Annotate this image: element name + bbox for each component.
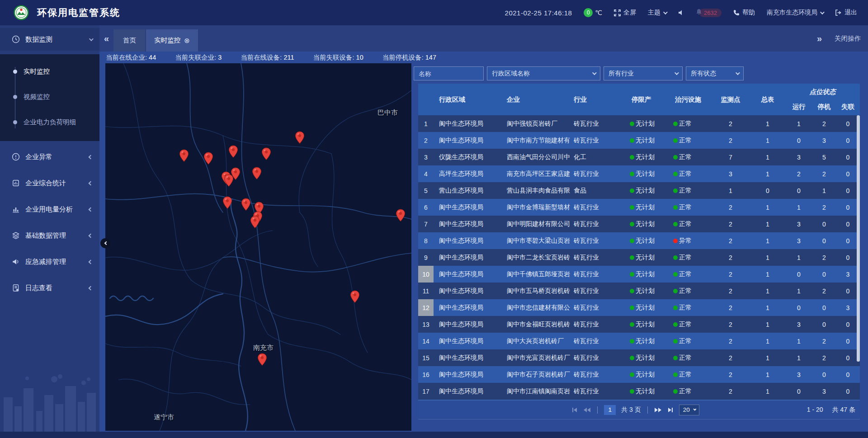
status-filter-select[interactable]: 所有状态 — [686, 66, 744, 80]
cell-meter-count: 1 — [750, 254, 785, 261]
row-number: 1 — [418, 115, 434, 132]
row-number: 10 — [418, 266, 434, 283]
table-row[interactable]: 6阆中生态环境局阆中市金博瑞新型墙材砖瓦行业无计划正常21120 — [418, 199, 860, 216]
table-row[interactable]: 16阆中生态环境局阆中市石子页岩机砖厂砖瓦行业无计划正常21300 — [418, 366, 860, 383]
cell-meter-count: 1 — [750, 371, 785, 378]
cell-stop-count: 2 — [812, 170, 836, 178]
help-button[interactable]: 帮助 — [733, 9, 755, 17]
cell-run-count: 3 — [785, 154, 812, 161]
industry-filter-select[interactable]: 所有行业 — [604, 66, 683, 80]
map-pin[interactable] — [241, 198, 251, 211]
next-page-button[interactable] — [654, 407, 662, 413]
cell-stop-count: 2 — [812, 338, 836, 345]
table-row[interactable]: 13阆中生态环境局阆中市金福旺页岩机砖砖瓦行业无计划正常21300 — [418, 316, 860, 333]
sidebar-item-6[interactable]: 日志查看 — [0, 277, 99, 299]
cell-limit-status: 无计划 — [626, 203, 670, 212]
table-row[interactable]: 11阆中生态环境局阆中市五马桥页岩机砖砖瓦行业无计划正常21120 — [418, 283, 860, 299]
fullscreen-button[interactable]: 全屏 — [614, 9, 636, 17]
cell-monitor-count: 3 — [711, 170, 750, 178]
cell-industry: 砖瓦行业 — [570, 354, 626, 362]
org-name-label: 南充市生态环境局 — [767, 9, 817, 17]
cell-industry: 砖瓦行业 — [570, 137, 626, 145]
map-pin[interactable] — [350, 290, 360, 303]
map-panel[interactable]: 巴中市南充市遂宁市 — [105, 63, 411, 431]
current-page-input[interactable]: 1 — [604, 405, 616, 415]
map-collapse-button[interactable] — [100, 238, 110, 248]
cell-industry: 砖瓦行业 — [570, 170, 626, 178]
tab-scroll-left-icon[interactable]: « — [99, 33, 113, 44]
page-size-select[interactable]: 20 — [679, 405, 699, 415]
tab-close-icon[interactable]: ⊗ — [184, 37, 190, 45]
map-pin[interactable] — [203, 152, 213, 165]
table-row[interactable]: 4高坪生态环境局南充市高坪区王家店建砖瓦行业无计划正常31220 — [418, 165, 860, 182]
map-pin[interactable] — [250, 216, 260, 229]
prev-page-button[interactable] — [583, 407, 591, 413]
table-row[interactable]: 1阆中生态环境局阆中强锐页岩砖厂砖瓦行业无计划正常21120 — [418, 115, 860, 132]
sidebar-item-4[interactable]: 基础数据管理 — [0, 224, 99, 247]
map-pin[interactable] — [396, 209, 406, 222]
cell-limit-status: 无计划 — [626, 287, 670, 295]
tab-0[interactable]: 首页 — [113, 29, 145, 52]
map-pin[interactable] — [228, 145, 238, 158]
cell-facility-status: 正常 — [670, 371, 711, 379]
sidebar-item-3[interactable]: 企业用电量分析 — [0, 198, 99, 221]
map-pin[interactable] — [257, 353, 267, 366]
last-page-button[interactable] — [667, 407, 674, 413]
close-operations-button[interactable]: 关闭操作 — [835, 34, 861, 43]
logout-button[interactable]: 退出 — [835, 9, 857, 17]
cell-company: 阆中市金福旺页岩机砖 — [501, 320, 570, 329]
cell-region: 阆中生态环境局 — [434, 287, 501, 295]
map-pin[interactable] — [261, 147, 271, 160]
org-menu[interactable]: 南充市生态环境局 — [767, 9, 823, 17]
region-filter-select[interactable]: 行政区域名称 — [487, 66, 600, 80]
table-row[interactable]: 12阆中生态环境局阆中市忠信建材有限公砖瓦行业无计划正常21003 — [418, 299, 860, 316]
sidebar-item-0[interactable]: 数据监测 — [0, 28, 99, 51]
cell-stop-count: 2 — [812, 287, 836, 295]
table-row[interactable]: 8阆中生态环境局阆中市枣碧大梁山页岩砖瓦行业无计划异常21300 — [418, 232, 860, 249]
first-page-button[interactable] — [571, 407, 578, 413]
sidebar-item-1[interactable]: 企业异常 — [0, 146, 99, 168]
map-pin[interactable] — [222, 196, 232, 209]
table-scrollbar-thumb[interactable] — [857, 115, 860, 362]
chevron-down-icon — [675, 71, 679, 75]
sidebar-item-2[interactable]: 企业综合统计 — [0, 172, 99, 194]
temperature-unit: ℃ — [595, 9, 602, 16]
table-row[interactable]: 14阆中生态环境局阆中大兴页岩机砖厂砖瓦行业无计划正常21120 — [418, 333, 860, 349]
table-row[interactable]: 2阆中生态环境局阆中市南方节能建材有砖瓦行业无计划正常21030 — [418, 132, 860, 149]
sidebar-subitem-0-1[interactable]: 视频监控 — [0, 84, 99, 109]
stat-label: 当前失联设备: — [313, 54, 356, 61]
status-dot-icon — [673, 122, 678, 126]
sidebar-subitem-0-0[interactable]: 实时监控 — [0, 59, 99, 84]
table-row[interactable]: 5营山生态环境局营山县润丰肉食品有限食品无计划正常10010 — [418, 182, 860, 199]
mute-button[interactable] — [678, 9, 684, 16]
cell-company: 阆中市忠信建材有限公 — [501, 304, 570, 312]
tab-scroll-right-icon[interactable]: » — [812, 33, 826, 44]
cell-facility-status: 异常 — [670, 237, 711, 245]
map-pin[interactable] — [295, 131, 305, 144]
tab-1[interactable]: 实时监控⊗ — [146, 29, 198, 52]
sidebar-subitem-0-2[interactable]: 企业电力负荷明细 — [0, 109, 99, 135]
footer-strip — [0, 432, 868, 438]
row-number: 16 — [418, 366, 434, 383]
theme-menu[interactable]: 主题 — [648, 9, 666, 17]
cell-meter-count: 1 — [750, 338, 785, 345]
table-row[interactable]: 7阆中生态环境局阆中明阳建材有限公司砖瓦行业无计划正常21300 — [418, 216, 860, 232]
cell-facility-status: 正常 — [670, 170, 711, 178]
name-filter-input[interactable] — [414, 66, 484, 80]
map-pin[interactable] — [224, 174, 234, 187]
cell-region: 阆中生态环境局 — [434, 354, 501, 362]
table-row[interactable]: 17阆中生态环境局阆中市江南镇阆南页岩砖瓦行业无计划正常21030 — [418, 383, 860, 400]
cell-monitor-count: 2 — [711, 137, 750, 144]
table-row[interactable]: 10阆中生态环境局阆中千佛镇五郎垭页岩砖瓦行业无计划正常21003 — [418, 266, 860, 283]
cell-industry: 砖瓦行业 — [570, 371, 626, 379]
sidebar-item-5[interactable]: 应急减排管理 — [0, 250, 99, 273]
notifications-button[interactable]: 2632 — [696, 9, 722, 17]
table-row[interactable]: 3仪陇生态环境局西南油气田分公司川中化工无计划正常71350 — [418, 149, 860, 165]
cell-facility-status: 正常 — [670, 220, 711, 228]
table-row[interactable]: 15阆中生态环境局阆中市光富页岩机砖厂砖瓦行业无计划正常21120 — [418, 349, 860, 366]
table-row[interactable]: 9阆中生态环境局阆中市二龙长宝页岩砖砖瓦行业无计划正常21120 — [418, 249, 860, 266]
map-pin[interactable] — [252, 167, 262, 180]
map-pin[interactable] — [179, 149, 189, 162]
cell-region: 营山生态环境局 — [434, 187, 501, 195]
sidebar-item-label: 企业异常 — [25, 153, 89, 161]
